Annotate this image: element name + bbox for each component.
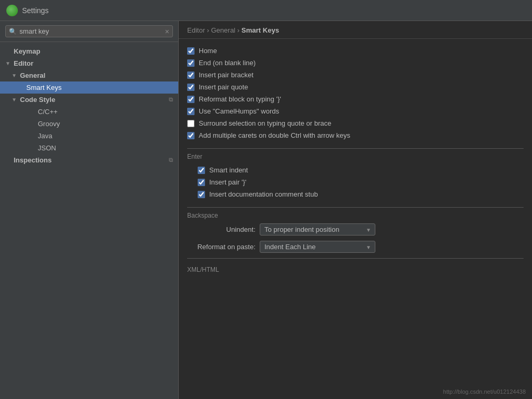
checkbox-end-blank-label: End (on blank line) [199, 59, 255, 67]
settings-content: Home End (on blank line) Insert pair bra… [179, 39, 532, 399]
window-title: Settings [22, 6, 49, 15]
checkbox-insert-pair-bracket: Insert pair bracket [187, 69, 524, 80]
checkbox-smart-indent: Smart indent [198, 165, 524, 176]
breadcrumb-current: Smart Keys [241, 26, 279, 34]
enter-section-items: Smart indent Insert pair '}' Insert docu… [187, 165, 524, 200]
reformat-paste-select[interactable]: Indent Each Line None Reformat Block [260, 241, 375, 253]
checkbox-surround-input[interactable] [187, 120, 195, 127]
sidebar-item-label: General [20, 71, 45, 79]
unindent-label: Unindent: [187, 226, 255, 233]
backspace-section-title: Backspace [187, 210, 524, 219]
checkbox-multiple-carets-label: Add multiple carets on double Ctrl with … [199, 131, 350, 139]
breadcrumb-path: Editor › General › [187, 26, 241, 34]
sidebar-item-json[interactable]: JSON [0, 142, 178, 154]
sidebar-item-java[interactable]: Java [0, 130, 178, 142]
checkbox-smart-indent-label: Smart indent [209, 166, 248, 174]
enter-section: Enter Smart indent Insert pair '}' Inser… [187, 148, 524, 200]
checkbox-doc-stub: Insert documentation comment stub [198, 189, 524, 200]
checkbox-doc-stub-label: Insert documentation comment stub [209, 190, 318, 198]
copy-icon-inspections: ⧉ [169, 157, 173, 163]
checkbox-surround-label: Surround selection on typing quote or br… [199, 119, 331, 127]
title-bar: Settings [0, 0, 532, 21]
search-box: 🔍 × [5, 25, 173, 37]
checkbox-end-blank: End (on blank line) [187, 57, 524, 68]
sidebar-item-keymap[interactable]: Keymap [0, 45, 178, 57]
sidebar-item-label: JSON [38, 144, 56, 152]
search-box-wrapper: 🔍 × [0, 21, 178, 42]
checkbox-surround: Surround selection on typing quote or br… [187, 118, 524, 129]
unindent-select[interactable]: To proper indent position None Smart [260, 223, 375, 236]
sidebar-item-editor[interactable]: Editor [0, 57, 178, 69]
checkbox-insert-pair-brace: Insert pair '}' [198, 177, 524, 188]
checkbox-insert-pair-brace-input[interactable] [198, 179, 205, 186]
sidebar-item-label: C/C++ [38, 108, 58, 116]
sidebar-item-cpp[interactable]: C/C++ [0, 106, 178, 118]
checkbox-multiple-carets: Add multiple carets on double Ctrl with … [187, 130, 524, 141]
sidebar-item-smart-keys[interactable]: Smart Keys [0, 81, 178, 94]
checkbox-camel-humps-input[interactable] [187, 108, 195, 115]
content-area: Editor › General › Smart Keys Home End (… [179, 21, 532, 399]
checkbox-insert-pair-quote-label: Insert pair quote [199, 83, 248, 91]
checkbox-home-label: Home [199, 47, 217, 55]
sidebar: 🔍 × Keymap Editor General [0, 21, 179, 399]
checkbox-insert-pair-bracket-label: Insert pair bracket [199, 71, 253, 79]
sidebar-item-label: Code Style [20, 96, 55, 104]
checkbox-reformat-block-label: Reformat block on typing '}' [199, 95, 281, 103]
sidebar-item-general[interactable]: General [0, 69, 178, 81]
checkbox-home: Home [187, 45, 524, 56]
arrow-editor [5, 60, 13, 66]
sidebar-item-label: Inspections [14, 156, 52, 164]
main-layout: 🔍 × Keymap Editor General [0, 21, 532, 399]
reformat-paste-select-wrapper: Indent Each Line None Reformat Block [260, 241, 375, 253]
checkbox-camel-humps: Use "CamelHumps" words [187, 106, 524, 117]
sidebar-item-groovy[interactable]: Groovy [0, 118, 178, 130]
sidebar-item-inspections[interactable]: Inspections ⧉ [0, 154, 178, 166]
checkbox-doc-stub-input[interactable] [198, 191, 205, 198]
arrow-code-style [12, 97, 19, 103]
search-clear-icon[interactable]: × [165, 28, 169, 35]
checkbox-smart-indent-input[interactable] [198, 167, 205, 174]
sidebar-item-label: Editor [14, 59, 34, 67]
sidebar-item-label: Groovy [38, 120, 60, 128]
arrow-general [12, 73, 19, 78]
sidebar-item-label: Java [38, 132, 52, 140]
copy-icon-code-style: ⧉ [169, 96, 173, 103]
checkbox-reformat-block: Reformat block on typing '}' [187, 94, 524, 105]
backspace-section: Backspace Unindent: To proper indent pos… [187, 207, 524, 273]
search-input[interactable] [19, 27, 165, 35]
unindent-row: Unindent: To proper indent position None… [187, 223, 524, 236]
breadcrumb: Editor › General › Smart Keys [179, 21, 532, 39]
reformat-paste-row: Reformat on paste: Indent Each Line None… [187, 241, 524, 253]
checkbox-insert-pair-quote-input[interactable] [187, 84, 195, 91]
xml-html-label: XML/HTML [187, 258, 524, 273]
checkbox-insert-pair-bracket-input[interactable] [187, 71, 195, 79]
search-icon: 🔍 [9, 28, 17, 35]
reformat-paste-label: Reformat on paste: [187, 243, 255, 251]
sidebar-item-label: Keymap [14, 47, 40, 55]
watermark: http://blog.csdn.net/u012124438 [443, 388, 526, 395]
app-logo [6, 5, 18, 16]
checkbox-insert-pair-quote: Insert pair quote [187, 81, 524, 93]
checkbox-end-blank-input[interactable] [187, 59, 195, 67]
sidebar-item-label: Smart Keys [26, 84, 62, 91]
checkbox-multiple-carets-input[interactable] [187, 132, 195, 139]
checkbox-insert-pair-brace-label: Insert pair '}' [209, 178, 247, 186]
checkbox-home-input[interactable] [187, 47, 195, 55]
enter-section-title: Enter [187, 151, 524, 160]
sidebar-item-code-style[interactable]: Code Style ⧉ [0, 94, 178, 106]
sidebar-tree: Keymap Editor General Smart Keys Code St… [0, 42, 178, 399]
checkbox-reformat-block-input[interactable] [187, 96, 195, 103]
unindent-select-wrapper: To proper indent position None Smart [260, 223, 375, 236]
checkbox-camel-humps-label: Use "CamelHumps" words [199, 107, 279, 115]
